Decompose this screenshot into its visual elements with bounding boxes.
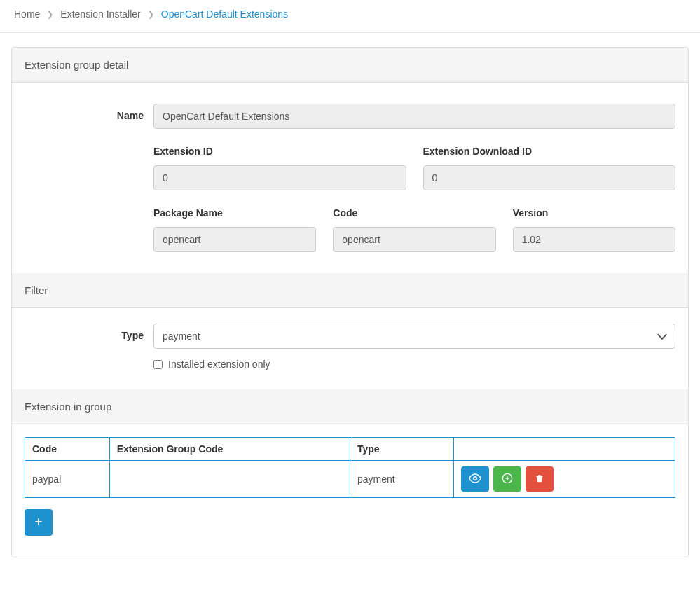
add-extension-button[interactable] bbox=[25, 509, 53, 536]
panel-heading-in-group: Extension in group bbox=[12, 389, 688, 424]
package-name-input bbox=[153, 227, 316, 252]
table-row: paypal payment bbox=[25, 461, 675, 498]
code-input bbox=[333, 227, 495, 252]
version-input bbox=[513, 227, 675, 252]
extension-id-label: Extension ID bbox=[153, 146, 406, 157]
code-label: Code bbox=[333, 207, 495, 219]
chevron-right-icon: ❯ bbox=[148, 10, 154, 19]
cell-group-code bbox=[109, 461, 350, 498]
name-label: Name bbox=[25, 104, 144, 129]
eye-icon bbox=[469, 472, 481, 487]
chevron-right-icon: ❯ bbox=[47, 10, 53, 19]
extensions-table: Code Extension Group Code Type paypal pa… bbox=[25, 437, 675, 498]
cell-code: paypal bbox=[25, 461, 110, 498]
panel-heading-group-detail: Extension group detail bbox=[12, 48, 688, 83]
delete-button[interactable] bbox=[526, 466, 554, 492]
installed-only-checkbox[interactable] bbox=[153, 360, 163, 369]
installed-only-label: Installed extension only bbox=[168, 359, 270, 370]
plus-icon bbox=[34, 517, 43, 529]
svg-point-0 bbox=[474, 476, 477, 480]
th-type: Type bbox=[350, 438, 453, 461]
plus-circle-icon bbox=[502, 473, 513, 486]
breadcrumb-current: OpenCart Default Extensions bbox=[161, 8, 288, 20]
th-actions bbox=[454, 438, 675, 461]
breadcrumb: Home ❯ Extension Installer ❯ OpenCart De… bbox=[0, 0, 700, 33]
type-select[interactable]: payment bbox=[153, 324, 675, 349]
installed-only-row[interactable]: Installed extension only bbox=[153, 359, 675, 370]
th-group-code: Extension Group Code bbox=[109, 438, 350, 461]
add-button[interactable] bbox=[493, 466, 521, 492]
panel-heading-filter: Filter bbox=[12, 273, 688, 308]
th-code: Code bbox=[25, 438, 110, 461]
download-id-label: Extension Download ID bbox=[423, 146, 676, 157]
breadcrumb-home[interactable]: Home bbox=[14, 8, 40, 20]
package-name-label: Package Name bbox=[153, 207, 316, 219]
name-input bbox=[153, 104, 675, 129]
trash-icon bbox=[535, 473, 544, 485]
breadcrumb-installer[interactable]: Extension Installer bbox=[60, 8, 140, 20]
cell-type: payment bbox=[350, 461, 453, 498]
type-label: Type bbox=[25, 324, 144, 370]
extension-id-input bbox=[153, 165, 406, 190]
download-id-input bbox=[423, 165, 676, 190]
version-label: Version bbox=[513, 207, 675, 219]
view-button[interactable] bbox=[461, 466, 489, 492]
